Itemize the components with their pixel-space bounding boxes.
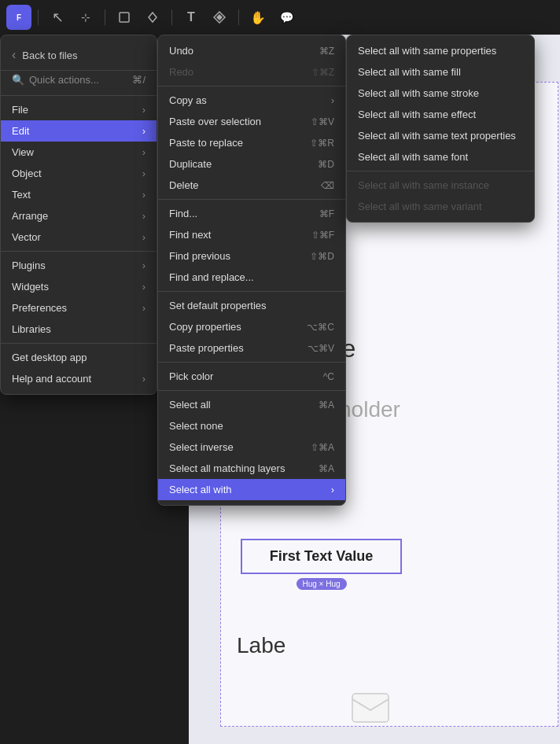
- edit-select-all-with-label: Select all with: [169, 484, 231, 495]
- edit-pick-color[interactable]: Pick color ^C: [158, 366, 345, 387]
- edit-duplicate-shortcut: ⌘D: [318, 159, 334, 170]
- select-tool-button[interactable]: ⊹: [73, 5, 98, 30]
- select-same-fill[interactable]: Select all with same fill: [347, 61, 534, 83]
- menu-divider-3: [1, 343, 157, 344]
- menu-arrange-label: Arrange: [12, 210, 48, 222]
- edit-undo-label: Undo: [169, 45, 193, 57]
- back-label: Back to files: [22, 50, 77, 61]
- edit-paste-over-shortcut: ⇧⌘V: [311, 116, 334, 127]
- edit-select-matching[interactable]: Select all matching layers ⌘A: [158, 458, 345, 479]
- select-same-variant: Select all with same variant: [347, 196, 534, 217]
- select-same-effect[interactable]: Select all with same effect: [347, 104, 534, 125]
- text-tool-button[interactable]: T: [179, 5, 204, 30]
- menu-arrange-arrow: ›: [142, 210, 146, 222]
- menu-file-label: File: [12, 104, 28, 116]
- frame-tool-button[interactable]: [112, 5, 137, 30]
- selected-text-frame[interactable]: First Text Value Hug × Hug: [241, 539, 402, 574]
- hand-tool-button[interactable]: ✋: [245, 5, 271, 30]
- edit-redo-shortcut: ⇧⌘Z: [311, 67, 334, 78]
- menu-arrange[interactable]: Arrange ›: [1, 205, 157, 227]
- edit-find-previous[interactable]: Find previous ⇧⌘D: [158, 245, 345, 267]
- edit-find-replace-label: Find and replace...: [169, 271, 254, 283]
- edit-set-default[interactable]: Set default properties: [158, 295, 345, 316]
- move-tool-button[interactable]: ↖: [45, 5, 70, 30]
- edit-pick-color-shortcut: ^C: [323, 371, 334, 382]
- menu-libraries[interactable]: Libraries: [1, 319, 157, 340]
- svg-text:F: F: [17, 13, 21, 22]
- edit-find-next[interactable]: Find next ⇧⌘F: [158, 224, 345, 245]
- edit-paste-replace-label: Paste to replace: [169, 137, 243, 149]
- select-same-instance-label: Select all with same instance: [358, 179, 489, 191]
- edit-find-previous-label: Find previous: [169, 250, 230, 262]
- edit-paste-over[interactable]: Paste over selection ⇧⌘V: [158, 111, 345, 132]
- edit-paste-replace[interactable]: Paste to replace ⇧⌘R: [158, 132, 345, 153]
- toolbar: F ↖ ⊹ T ✋ 💬: [0, 0, 560, 35]
- edit-select-all-with[interactable]: Select all with ›: [158, 479, 345, 500]
- menu-plugins[interactable]: Plugins ›: [1, 255, 157, 276]
- edit-select-all[interactable]: Select all ⌘A: [158, 394, 345, 415]
- edit-select-none[interactable]: Select none: [158, 415, 345, 436]
- menu-text-label: Text: [12, 189, 31, 201]
- edit-select-all-shortcut: ⌘A: [319, 400, 334, 411]
- edit-undo[interactable]: Undo ⌘Z: [158, 40, 345, 61]
- menu-help-label: Help and account: [12, 373, 91, 385]
- select-same-font[interactable]: Select all with same font: [347, 146, 534, 168]
- component-tool-button[interactable]: [207, 5, 232, 30]
- edit-duplicate[interactable]: Duplicate ⌘D: [158, 153, 345, 175]
- edit-find-next-label: Find next: [169, 229, 211, 241]
- select-same-text-properties[interactable]: Select all with same text properties: [347, 125, 534, 146]
- menu-file[interactable]: File ›: [1, 99, 157, 120]
- edit-find-label: Find...: [169, 208, 197, 219]
- search-icon: 🔍: [12, 74, 24, 86]
- edit-paste-properties-shortcut: ⌥⌘V: [308, 343, 334, 354]
- edit-duplicate-label: Duplicate: [169, 158, 212, 170]
- edit-select-all-label: Select all: [169, 399, 211, 411]
- edit-copy-as[interactable]: Copy as ›: [158, 90, 345, 111]
- svg-rect-3: [352, 694, 389, 722]
- menu-widgets-arrow: ›: [142, 281, 146, 293]
- edit-copy-properties[interactable]: Copy properties ⌥⌘C: [158, 316, 345, 337]
- menu-vector[interactable]: Vector ›: [1, 227, 157, 248]
- menu-vector-arrow: ›: [142, 231, 146, 243]
- toolbar-separator-2: [105, 9, 105, 25]
- back-to-files-button[interactable]: ‹ Back to files: [1, 40, 157, 71]
- shape-tool-button[interactable]: [140, 5, 165, 30]
- edit-paste-over-label: Paste over selection: [169, 116, 261, 127]
- toolbar-separator: [38, 9, 39, 25]
- select-same-fill-label: Select all with same fill: [358, 66, 461, 78]
- edit-undo-shortcut: ⌘Z: [319, 46, 334, 57]
- menu-edit[interactable]: Edit ›: [1, 120, 157, 142]
- figma-logo-button[interactable]: F: [6, 5, 31, 30]
- menu-preferences-label: Preferences: [12, 302, 67, 314]
- menu-get-desktop-label: Get desktop app: [12, 352, 87, 363]
- menu-view[interactable]: View ›: [1, 142, 157, 163]
- edit-delete[interactable]: Delete ⌫: [158, 175, 345, 196]
- select-same-font-label: Select all with same font: [358, 151, 468, 163]
- menu-preferences[interactable]: Preferences ›: [1, 297, 157, 319]
- menu-edit-label: Edit: [12, 125, 29, 137]
- select-same-variant-label: Select all with same variant: [358, 201, 482, 212]
- canvas-label-field: Labe: [237, 633, 286, 658]
- edit-paste-properties[interactable]: Paste properties ⌥⌘V: [158, 337, 345, 359]
- edit-delete-label: Delete: [169, 179, 199, 191]
- select-same-text-properties-label: Select all with same text properties: [358, 130, 516, 142]
- menu-widgets[interactable]: Widgets ›: [1, 276, 157, 297]
- edit-select-matching-label: Select all matching layers: [169, 462, 285, 474]
- menu-text[interactable]: Text ›: [1, 184, 157, 205]
- edit-copy-properties-label: Copy properties: [169, 321, 241, 333]
- quick-actions-row[interactable]: 🔍 Quick actions... ⌘/: [1, 71, 157, 92]
- menu-get-desktop[interactable]: Get desktop app: [1, 347, 157, 368]
- edit-select-inverse[interactable]: Select inverse ⇧⌘A: [158, 436, 345, 458]
- back-arrow-icon: ‹: [12, 48, 16, 62]
- svg-rect-2: [120, 13, 129, 22]
- select-same-properties[interactable]: Select all with same properties: [347, 40, 534, 61]
- edit-find[interactable]: Find... ⌘F: [158, 203, 345, 224]
- select-same-stroke[interactable]: Select all with same stroke: [347, 83, 534, 104]
- menu-help-account[interactable]: Help and account ›: [1, 368, 157, 389]
- edit-select-none-label: Select none: [169, 420, 223, 432]
- toolbar-separator-3: [171, 9, 172, 25]
- menu-divider-1: [1, 95, 157, 96]
- menu-object[interactable]: Object ›: [1, 163, 157, 184]
- comment-tool-button[interactable]: 💬: [274, 5, 299, 30]
- edit-find-replace[interactable]: Find and replace...: [158, 267, 345, 288]
